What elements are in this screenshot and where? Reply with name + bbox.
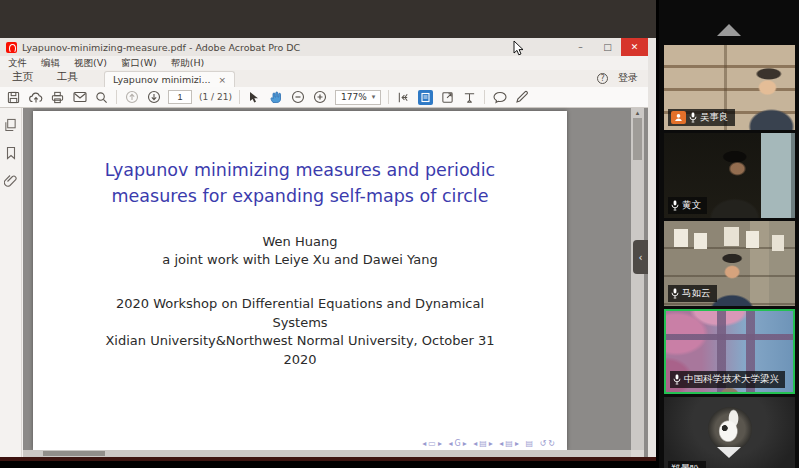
page-number-input[interactable] [168,90,192,104]
horizontal-scrollbar[interactable] [23,450,631,457]
save-icon[interactable] [6,90,21,105]
slide-venue-line3: Xidian University&Northwest Normal Unive… [33,332,567,351]
participant-nameplate: 黄文 [668,197,707,214]
beamer-navigation-symbols[interactable]: ◂▭▸ ◂G▸ ◂▤▸ ◂▤▸ ▤ ↺↻ [422,439,557,448]
mic-icon [689,112,697,123]
mouse-cursor-icon [513,40,525,57]
select-tool-icon[interactable] [247,90,262,105]
scroll-down-icon[interactable] [717,447,741,458]
left-panel-rail [0,108,22,457]
chevron-down-icon: ▾ [372,93,376,101]
slide-title-line1: Lyapunov minimizing measures and periodi… [33,157,567,183]
zoom-level-select[interactable]: 177% ▾ [335,90,381,105]
horizontal-scrollbar-thumb[interactable] [43,451,105,456]
participant-name: 马如云 [682,287,711,300]
comment-icon[interactable] [492,90,507,105]
pencil-icon[interactable] [514,90,529,105]
slide-venue: 2020 Workshop on Differential Equations … [33,295,567,369]
slide-author: Wen Huang [33,233,567,251]
participant-name: 中国科学技术大学梁兴 [684,373,779,386]
slide-joint-work: a joint work with Leiye Xu and Dawei Yan… [33,251,567,269]
slide-venue-line4: 2020 [33,351,567,370]
zoom-in-icon[interactable] [313,90,328,105]
video-sidebar: 吴事良 黄文 马如云 中国科学技术大学梁兴 [659,0,799,468]
vertical-scrollbar[interactable]: ▴ [631,108,644,450]
slide-venue-line1: 2020 Workshop on Differential Equations … [33,295,567,314]
pdf-page[interactable]: Lyapunov minimizing measures and periodi… [33,111,567,450]
mic-icon [671,200,679,211]
menu-window[interactable]: 窗口(W) [121,57,157,70]
video-tile[interactable]: 吴事良 [664,45,795,130]
search-icon[interactable] [94,90,109,105]
host-badge-icon [671,111,686,124]
window-title: Lyapunov-minimizing-measure.pdf - Adobe … [22,42,300,53]
mic-icon [671,288,679,299]
toolbar-separator [239,90,240,104]
page-thumbnails-icon[interactable] [4,118,17,132]
menu-view[interactable]: 视图(V) [74,57,107,70]
document-area: Lyapunov minimizing measures and periodi… [23,108,648,457]
mic-icon [673,374,681,385]
participant-name: 黄文 [682,199,701,212]
toolbar-separator [116,90,117,104]
hand-tool-icon[interactable] [269,90,284,105]
tab-tools[interactable]: 工具 [45,70,90,87]
previous-page-icon[interactable] [124,90,139,105]
help-icon[interactable]: ? [597,73,608,84]
zoom-level-value: 177% [341,92,367,102]
scrollbar-corner [631,450,644,457]
close-button[interactable]: ✕ [621,38,648,56]
screen-share-border-bottom [0,461,659,464]
view-mode-icon[interactable] [418,90,433,105]
toolbar-separator [388,90,389,104]
next-page-icon[interactable] [146,90,161,105]
menu-file[interactable]: 文件 [8,57,27,70]
video-tile[interactable]: 马如云 [664,221,795,306]
email-icon[interactable] [72,90,87,105]
page-count-label: (1 / 21) [199,92,232,102]
desktop-background-right [648,38,656,457]
share-screen-icon[interactable] [440,90,455,105]
scroll-up-icon[interactable] [717,24,741,36]
tab-bar: 主页 工具 Lyapunov minimizi... × ? 登录 [0,70,648,87]
tab-document[interactable]: Lyapunov minimizi... × [104,71,235,87]
toolbar: (1 / 21) 177% ▾ [0,87,648,108]
participant-avatar [708,407,752,451]
acrobat-app-icon [6,42,17,53]
slide-title-line2: measures for expanding self-maps of circ… [33,183,567,209]
acrobat-window: Lyapunov-minimizing-measure.pdf - Adobe … [0,38,648,457]
fit-page-icon[interactable] [396,90,411,105]
participant-nameplate: 马如云 [668,285,717,302]
cloud-upload-icon[interactable] [28,90,43,105]
print-icon[interactable] [50,90,65,105]
tab-home[interactable]: 主页 [0,70,45,87]
tab-close-icon[interactable]: × [219,75,227,85]
minimize-button[interactable]: – [567,38,594,56]
slide-title: Lyapunov minimizing measures and periodi… [33,157,567,209]
vertical-scrollbar-thumb[interactable] [633,118,642,160]
menu-edit[interactable]: 编辑 [41,57,60,70]
toolbar-separator [484,90,485,104]
presentation-pointer-icon[interactable] [462,90,477,105]
tools-panel-toggle[interactable]: ‹ [633,240,648,274]
participant-name: 郑景盼 [671,463,700,468]
participant-nameplate: 中国科学技术大学梁兴 [670,371,785,388]
sign-in-button[interactable]: 登录 [618,71,638,85]
slide-venue-line2: Systems [33,314,567,333]
title-bar: Lyapunov-minimizing-measure.pdf - Adobe … [0,38,648,56]
shared-screen: Lyapunov-minimizing-measure.pdf - Adobe … [0,0,656,461]
video-tile-active-speaker[interactable]: 中国科学技术大学梁兴 [664,309,795,394]
bookmarks-icon[interactable] [5,146,17,160]
video-tile[interactable]: 黄文 [664,133,795,218]
desktop-background-top [0,0,656,38]
scrollbar-up-icon[interactable]: ▴ [631,109,644,117]
participant-name: 吴事良 [700,111,729,124]
participant-nameplate: 郑景盼 [668,461,706,468]
maximize-button[interactable]: □ [594,38,621,56]
menu-help[interactable]: 帮助(H) [171,57,205,70]
tab-document-label: Lyapunov minimizi... [113,74,211,85]
zoom-out-icon[interactable] [291,90,306,105]
attachments-icon[interactable] [4,174,17,188]
participant-nameplate: 吴事良 [668,109,735,126]
slide-authors: Wen Huang a joint work with Leiye Xu and… [33,233,567,269]
